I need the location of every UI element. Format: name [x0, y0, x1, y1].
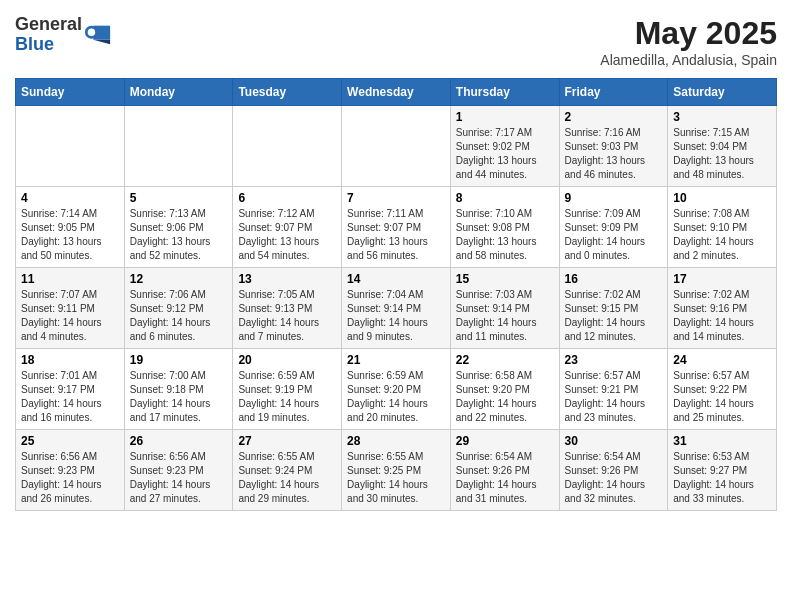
calendar-cell: 21Sunrise: 6:59 AM Sunset: 9:20 PM Dayli…: [342, 349, 451, 430]
day-number: 26: [130, 434, 228, 448]
calendar-cell: 13Sunrise: 7:05 AM Sunset: 9:13 PM Dayli…: [233, 268, 342, 349]
calendar-cell: 4Sunrise: 7:14 AM Sunset: 9:05 PM Daylig…: [16, 187, 125, 268]
calendar-cell: 2Sunrise: 7:16 AM Sunset: 9:03 PM Daylig…: [559, 106, 668, 187]
calendar-cell: 28Sunrise: 6:55 AM Sunset: 9:25 PM Dayli…: [342, 430, 451, 511]
day-header-monday: Monday: [124, 79, 233, 106]
day-number: 3: [673, 110, 771, 124]
day-info: Sunrise: 7:10 AM Sunset: 9:08 PM Dayligh…: [456, 207, 554, 263]
day-info: Sunrise: 7:03 AM Sunset: 9:14 PM Dayligh…: [456, 288, 554, 344]
day-info: Sunrise: 7:04 AM Sunset: 9:14 PM Dayligh…: [347, 288, 445, 344]
day-header-sunday: Sunday: [16, 79, 125, 106]
calendar-cell: 8Sunrise: 7:10 AM Sunset: 9:08 PM Daylig…: [450, 187, 559, 268]
day-info: Sunrise: 6:57 AM Sunset: 9:22 PM Dayligh…: [673, 369, 771, 425]
day-number: 6: [238, 191, 336, 205]
day-number: 29: [456, 434, 554, 448]
calendar-cell: 7Sunrise: 7:11 AM Sunset: 9:07 PM Daylig…: [342, 187, 451, 268]
calendar-table: SundayMondayTuesdayWednesdayThursdayFrid…: [15, 78, 777, 511]
day-number: 25: [21, 434, 119, 448]
calendar-cell: 10Sunrise: 7:08 AM Sunset: 9:10 PM Dayli…: [668, 187, 777, 268]
calendar-cell: 17Sunrise: 7:02 AM Sunset: 9:16 PM Dayli…: [668, 268, 777, 349]
day-number: 7: [347, 191, 445, 205]
calendar-cell: 26Sunrise: 6:56 AM Sunset: 9:23 PM Dayli…: [124, 430, 233, 511]
day-number: 10: [673, 191, 771, 205]
day-info: Sunrise: 7:08 AM Sunset: 9:10 PM Dayligh…: [673, 207, 771, 263]
calendar-cell: 20Sunrise: 6:59 AM Sunset: 9:19 PM Dayli…: [233, 349, 342, 430]
day-number: 4: [21, 191, 119, 205]
day-info: Sunrise: 7:06 AM Sunset: 9:12 PM Dayligh…: [130, 288, 228, 344]
calendar-cell: 27Sunrise: 6:55 AM Sunset: 9:24 PM Dayli…: [233, 430, 342, 511]
day-info: Sunrise: 7:01 AM Sunset: 9:17 PM Dayligh…: [21, 369, 119, 425]
day-number: 14: [347, 272, 445, 286]
calendar-cell: 6Sunrise: 7:12 AM Sunset: 9:07 PM Daylig…: [233, 187, 342, 268]
day-number: 8: [456, 191, 554, 205]
day-header-saturday: Saturday: [668, 79, 777, 106]
day-info: Sunrise: 6:58 AM Sunset: 9:20 PM Dayligh…: [456, 369, 554, 425]
title-block: May 2025 Alamedilla, Andalusia, Spain: [600, 15, 777, 68]
logo-icon: [84, 21, 112, 49]
day-header-wednesday: Wednesday: [342, 79, 451, 106]
calendar-cell: 22Sunrise: 6:58 AM Sunset: 9:20 PM Dayli…: [450, 349, 559, 430]
calendar-cell: 3Sunrise: 7:15 AM Sunset: 9:04 PM Daylig…: [668, 106, 777, 187]
day-number: 19: [130, 353, 228, 367]
calendar-header-row: SundayMondayTuesdayWednesdayThursdayFrid…: [16, 79, 777, 106]
calendar-cell: [342, 106, 451, 187]
day-info: Sunrise: 6:56 AM Sunset: 9:23 PM Dayligh…: [130, 450, 228, 506]
calendar-cell: [124, 106, 233, 187]
calendar-cell: 9Sunrise: 7:09 AM Sunset: 9:09 PM Daylig…: [559, 187, 668, 268]
calendar-cell: 18Sunrise: 7:01 AM Sunset: 9:17 PM Dayli…: [16, 349, 125, 430]
day-header-thursday: Thursday: [450, 79, 559, 106]
day-info: Sunrise: 7:12 AM Sunset: 9:07 PM Dayligh…: [238, 207, 336, 263]
day-info: Sunrise: 7:02 AM Sunset: 9:15 PM Dayligh…: [565, 288, 663, 344]
day-number: 9: [565, 191, 663, 205]
calendar-cell: 14Sunrise: 7:04 AM Sunset: 9:14 PM Dayli…: [342, 268, 451, 349]
day-info: Sunrise: 6:54 AM Sunset: 9:26 PM Dayligh…: [456, 450, 554, 506]
day-info: Sunrise: 7:14 AM Sunset: 9:05 PM Dayligh…: [21, 207, 119, 263]
day-info: Sunrise: 6:55 AM Sunset: 9:24 PM Dayligh…: [238, 450, 336, 506]
calendar-cell: 15Sunrise: 7:03 AM Sunset: 9:14 PM Dayli…: [450, 268, 559, 349]
day-info: Sunrise: 7:15 AM Sunset: 9:04 PM Dayligh…: [673, 126, 771, 182]
day-info: Sunrise: 7:11 AM Sunset: 9:07 PM Dayligh…: [347, 207, 445, 263]
day-number: 27: [238, 434, 336, 448]
calendar-week-row: 4Sunrise: 7:14 AM Sunset: 9:05 PM Daylig…: [16, 187, 777, 268]
calendar-week-row: 25Sunrise: 6:56 AM Sunset: 9:23 PM Dayli…: [16, 430, 777, 511]
logo-text: General Blue: [15, 15, 82, 55]
day-number: 1: [456, 110, 554, 124]
calendar-cell: 31Sunrise: 6:53 AM Sunset: 9:27 PM Dayli…: [668, 430, 777, 511]
day-header-tuesday: Tuesday: [233, 79, 342, 106]
day-info: Sunrise: 6:57 AM Sunset: 9:21 PM Dayligh…: [565, 369, 663, 425]
day-number: 2: [565, 110, 663, 124]
calendar-cell: [16, 106, 125, 187]
day-info: Sunrise: 7:05 AM Sunset: 9:13 PM Dayligh…: [238, 288, 336, 344]
day-info: Sunrise: 7:07 AM Sunset: 9:11 PM Dayligh…: [21, 288, 119, 344]
calendar-cell: 29Sunrise: 6:54 AM Sunset: 9:26 PM Dayli…: [450, 430, 559, 511]
day-number: 24: [673, 353, 771, 367]
day-number: 31: [673, 434, 771, 448]
day-number: 15: [456, 272, 554, 286]
day-info: Sunrise: 6:55 AM Sunset: 9:25 PM Dayligh…: [347, 450, 445, 506]
day-number: 5: [130, 191, 228, 205]
calendar-week-row: 18Sunrise: 7:01 AM Sunset: 9:17 PM Dayli…: [16, 349, 777, 430]
day-number: 23: [565, 353, 663, 367]
day-number: 13: [238, 272, 336, 286]
svg-point-3: [88, 28, 95, 35]
day-info: Sunrise: 7:00 AM Sunset: 9:18 PM Dayligh…: [130, 369, 228, 425]
day-number: 18: [21, 353, 119, 367]
calendar-cell: [233, 106, 342, 187]
day-number: 30: [565, 434, 663, 448]
month-year: May 2025: [600, 15, 777, 52]
day-number: 28: [347, 434, 445, 448]
calendar-week-row: 1Sunrise: 7:17 AM Sunset: 9:02 PM Daylig…: [16, 106, 777, 187]
location: Alamedilla, Andalusia, Spain: [600, 52, 777, 68]
page-header: General Blue May 2025 Alamedilla, Andalu…: [15, 15, 777, 68]
day-info: Sunrise: 7:17 AM Sunset: 9:02 PM Dayligh…: [456, 126, 554, 182]
calendar-week-row: 11Sunrise: 7:07 AM Sunset: 9:11 PM Dayli…: [16, 268, 777, 349]
calendar-cell: 25Sunrise: 6:56 AM Sunset: 9:23 PM Dayli…: [16, 430, 125, 511]
calendar-cell: 5Sunrise: 7:13 AM Sunset: 9:06 PM Daylig…: [124, 187, 233, 268]
calendar-cell: 1Sunrise: 7:17 AM Sunset: 9:02 PM Daylig…: [450, 106, 559, 187]
logo: General Blue: [15, 15, 112, 55]
day-number: 12: [130, 272, 228, 286]
day-info: Sunrise: 6:54 AM Sunset: 9:26 PM Dayligh…: [565, 450, 663, 506]
day-number: 11: [21, 272, 119, 286]
calendar-cell: 12Sunrise: 7:06 AM Sunset: 9:12 PM Dayli…: [124, 268, 233, 349]
day-info: Sunrise: 7:13 AM Sunset: 9:06 PM Dayligh…: [130, 207, 228, 263]
